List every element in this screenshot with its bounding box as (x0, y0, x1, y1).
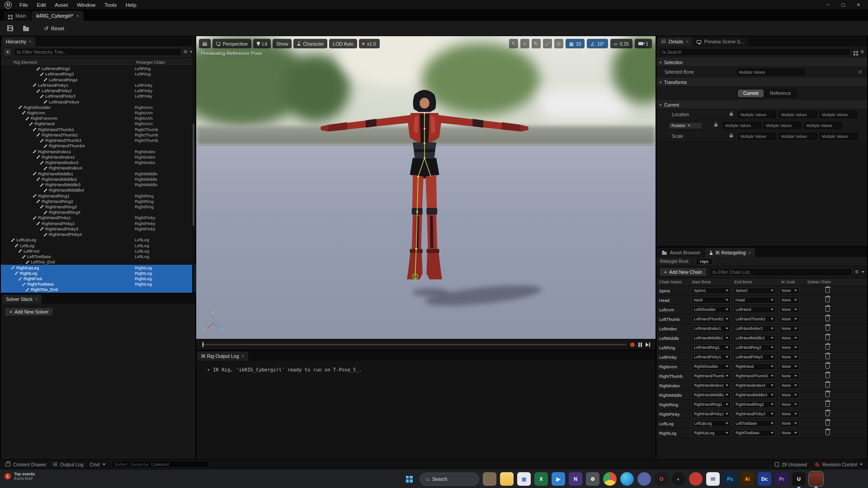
end-bone-dropdown[interactable]: RightHandPinky3 (733, 411, 776, 418)
browse-to-asset-button[interactable] (20, 24, 32, 33)
location-z-value[interactable]: Multiple Values (820, 111, 858, 118)
step-forward-button[interactable] (646, 343, 649, 347)
delete-chain-button[interactable] (799, 421, 830, 426)
end-bone-dropdown[interactable]: LeftHandThumb3 (733, 316, 776, 323)
header-ik-goal[interactable]: IK Goal (781, 280, 802, 284)
current-mode-button[interactable]: Current (738, 89, 764, 97)
ik-goal-dropdown[interactable]: None (779, 363, 799, 370)
chain-filter[interactable] (710, 268, 852, 276)
hierarchy-row[interactable]: RightHandIndex1RightIndex (1, 149, 195, 155)
start-bone-dropdown[interactable]: RightShoulder (692, 363, 731, 370)
rotator-dropdown[interactable]: Rotator (668, 122, 703, 129)
ik-goal-dropdown[interactable]: None (779, 316, 799, 323)
location-y-value[interactable]: Multiple Values (779, 111, 817, 118)
hierarchy-row[interactable]: RightShoulderRightArm (1, 105, 195, 110)
grid-snap-button[interactable]: ▦10 (566, 39, 585, 48)
header-chain-name[interactable]: Chain Name (656, 280, 692, 284)
hierarchy-row[interactable]: LeftHandRing2LeftRing (1, 66, 195, 71)
start-bone-dropdown[interactable]: LeftHandMiddle1 (692, 335, 731, 342)
viewport-3d[interactable]: Perspective Lit Show Character LOD Auto … (196, 36, 656, 350)
translate-tool-icon[interactable]: + (520, 39, 529, 48)
minimize-button[interactable]: ─ (821, 1, 835, 9)
start-bone-dropdown[interactable]: RightHandIndex1 (692, 382, 731, 389)
close-icon[interactable]: × (749, 250, 751, 255)
end-bone-dropdown[interactable]: LeftHandMiddle3 (733, 335, 776, 342)
hierarchy-row[interactable]: RightHandRightArm (1, 121, 195, 127)
character-dropdown[interactable]: Character (293, 39, 327, 48)
hierarchy-row[interactable]: RightFootRightLeg (1, 276, 195, 282)
close-icon[interactable]: × (35, 297, 38, 301)
current-section-header[interactable]: ▾ Current (656, 100, 867, 109)
hierarchy-row[interactable]: RightForeArmRightArm (1, 116, 195, 121)
hierarchy-row[interactable]: LeftFootLeftLeg (1, 249, 195, 254)
movies-tv-icon[interactable]: ▶ (552, 472, 565, 486)
delete-chain-button[interactable] (799, 412, 830, 416)
details-search[interactable] (659, 48, 851, 56)
ik-goal-dropdown[interactable]: None (779, 287, 799, 294)
delete-chain-button[interactable] (799, 355, 830, 359)
premiere-icon[interactable]: Pr (775, 472, 788, 486)
scale-tool-icon[interactable]: ⤢ (543, 39, 552, 48)
scale-x-value[interactable]: Multiple Values (738, 133, 776, 140)
playback-speed-button[interactable]: x1.0 (359, 39, 380, 48)
maximize-button[interactable]: ▢ (836, 1, 850, 9)
end-bone-dropdown[interactable]: LeftHandRing3 (733, 344, 776, 351)
nvidia-icon[interactable]: ◐ (672, 472, 685, 486)
pinned-red-icon[interactable] (689, 472, 703, 486)
start-bone-dropdown[interactable]: RightHandMiddle1 (692, 392, 731, 399)
details-search-input[interactable] (667, 50, 848, 55)
ik-goal-dropdown[interactable]: None (779, 335, 799, 342)
scale-y-value[interactable]: Multiple Values (779, 133, 817, 140)
save-button[interactable] (5, 23, 16, 33)
start-bone-dropdown[interactable]: LeftHandIndex1 (692, 325, 731, 332)
unreal-logo-icon[interactable]: U (5, 1, 12, 9)
file-explorer-icon[interactable] (500, 472, 514, 486)
chrome-icon[interactable]: ● (603, 472, 617, 486)
hierarchy-row[interactable]: RightHandThumb3RightThumb (1, 138, 195, 143)
close-icon[interactable]: × (29, 39, 31, 44)
tab-ikrig-cybergirl[interactable]: ikRIG_Cybergirl* × (32, 11, 84, 21)
delete-chain-button[interactable] (799, 374, 830, 378)
delete-chain-button[interactable] (799, 402, 830, 407)
pause-button[interactable] (638, 343, 642, 347)
start-bone-dropdown[interactable]: RightUpLeg (692, 430, 731, 436)
chain-row[interactable]: LeftIndexLeftHandIndex1LeftHandIndex3Non… (656, 324, 867, 333)
delete-chain-button[interactable] (799, 307, 830, 312)
ik-goal-dropdown[interactable]: None (779, 306, 799, 313)
chain-row[interactable]: LeftRingLeftHandRing1LeftHandRing3None (656, 343, 867, 352)
ik-goal-dropdown[interactable]: None (779, 430, 799, 436)
start-bone-dropdown[interactable]: RightHandThumb1 (692, 373, 731, 380)
chain-row[interactable]: SpineSpine1Spine2None (656, 286, 867, 296)
end-bone-dropdown[interactable]: LeftHandPinky3 (733, 354, 776, 361)
chain-settings-icon[interactable]: ⚙ (855, 270, 859, 274)
hierarchy-filter-input[interactable] (22, 50, 179, 55)
close-icon[interactable]: × (76, 14, 79, 19)
start-bone-dropdown[interactable]: RightHandPinky1 (692, 411, 731, 418)
chain-row[interactable]: RightMiddleRightHandMiddle1RightHandMidd… (656, 390, 867, 400)
hierarchy-row[interactable]: RightHandPinky3RightPinky (1, 226, 195, 232)
console-command-input[interactable] (112, 461, 209, 468)
end-bone-dropdown[interactable]: Spine2 (733, 287, 776, 294)
start-bone-dropdown[interactable]: LeftHandThumb1 (692, 316, 731, 323)
delete-chain-button[interactable] (799, 317, 830, 321)
hierarchy-row[interactable]: RightLegRightLeg (1, 271, 195, 276)
scale-snap-button[interactable]: ▱0.25 (610, 39, 633, 48)
end-bone-dropdown[interactable]: RightHand (733, 363, 776, 370)
onenote-icon[interactable]: N (569, 472, 582, 486)
hierarchy-row[interactable]: RightHandPinky2RightPinky (1, 221, 195, 226)
edge-icon[interactable] (620, 472, 634, 486)
tab-solver-stack[interactable]: Solver Stack × (2, 295, 42, 304)
lit-dropdown[interactable]: Lit (253, 39, 271, 48)
revision-control-button[interactable]: Revision Control (815, 462, 863, 467)
chain-row[interactable]: LeftLegLeftUpLegLeftToeBaseNone (656, 419, 867, 428)
chain-row[interactable]: RightThumbRightHandThumb1RightHandThumb3… (656, 371, 867, 381)
rotation-snap-button[interactable]: ∠10° (587, 39, 608, 48)
menu-item-help[interactable]: Help (122, 1, 141, 9)
hierarchy-row[interactable]: LeftHandRing3LeftRing (1, 71, 195, 77)
close-icon[interactable]: × (241, 354, 244, 358)
reference-mode-button[interactable]: Reference (764, 89, 796, 97)
col-rig-element[interactable]: Rig Element (1, 60, 37, 65)
hierarchy-row[interactable]: RightHandIndex4 (1, 165, 195, 171)
excel-icon[interactable]: X (534, 472, 548, 486)
tab-hierarchy[interactable]: Hierarchy × (2, 37, 35, 46)
